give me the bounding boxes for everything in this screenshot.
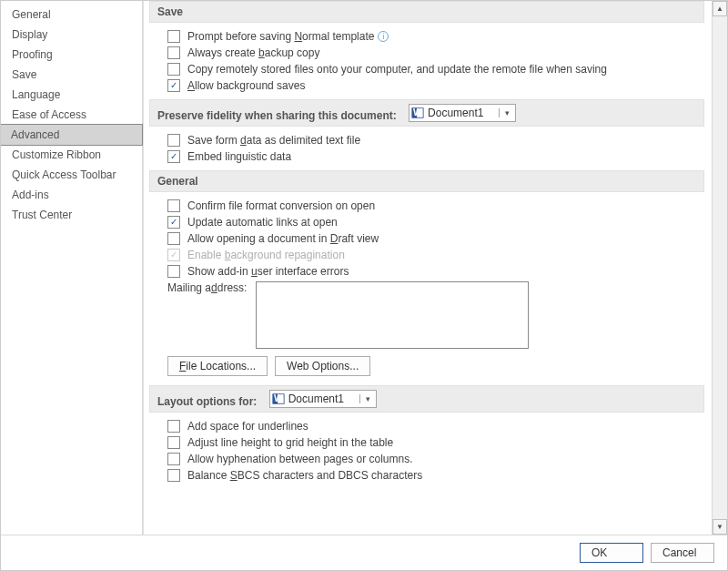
checkbox-icon	[167, 150, 180, 163]
checkbox-icon	[167, 436, 180, 449]
checkbox-icon	[167, 420, 180, 433]
sidebar-item-trust-center[interactable]: Trust Center	[1, 205, 142, 225]
file-locations-button[interactable]: File Locations...	[167, 356, 268, 376]
option-label: Allow opening a document in Draft view	[187, 232, 379, 245]
checkbox-icon	[167, 453, 180, 465]
mailing-address-input[interactable]	[256, 281, 529, 349]
sidebar-item-customize-ribbon[interactable]: Customize Ribbon	[1, 145, 142, 165]
option-label: Allow hyphenation between pages or colum…	[187, 453, 413, 465]
option-label: Update automatic links at open	[187, 216, 338, 229]
opt-backup-copy[interactable]: Always create backup copy	[149, 45, 704, 61]
checkbox-icon	[167, 265, 180, 278]
section-preserve-header: Preserve fidelity when sharing this docu…	[149, 99, 704, 127]
select-value: Document1	[287, 393, 359, 405]
sidebar-item-save[interactable]: Save	[1, 65, 142, 85]
section-general-header: General	[149, 170, 704, 192]
checkbox-icon	[167, 134, 180, 147]
opt-confirm-conversion[interactable]: Confirm file format conversion on open	[149, 198, 704, 214]
scroll-up-icon[interactable]: ▲	[713, 1, 727, 16]
checkbox-icon	[167, 199, 180, 212]
sidebar-item-quick-access-toolbar[interactable]: Quick Access Toolbar	[1, 165, 142, 185]
section-save-header: Save	[149, 1, 704, 23]
option-label: Balance SBCS characters and DBCS charact…	[187, 469, 422, 482]
checkbox-icon	[167, 30, 180, 43]
section-title: Save	[157, 5, 183, 18]
opt-addin-errors[interactable]: Show add-in user interface errors	[149, 263, 704, 280]
checkbox-icon	[167, 249, 180, 261]
section-title: General	[157, 175, 198, 188]
sidebar-item-display[interactable]: Display	[1, 25, 142, 45]
opt-allow-hyphenation[interactable]: Allow hyphenation between pages or colum…	[149, 451, 704, 467]
opt-background-saves[interactable]: Allow background saves	[149, 77, 704, 94]
cancel-button[interactable]: Cancel	[651, 543, 714, 563]
checkbox-icon	[167, 216, 180, 229]
mailing-address-row: Mailing address:	[149, 280, 704, 351]
svg-text:W: W	[413, 107, 422, 117]
checkbox-icon	[167, 469, 180, 482]
sidebar-item-proofing[interactable]: Proofing	[1, 45, 142, 65]
option-label: Always create backup copy	[187, 46, 319, 59]
checkbox-icon	[167, 46, 180, 59]
sidebar-item-ease-of-access[interactable]: Ease of Access	[1, 105, 142, 125]
chevron-down-icon: ▾	[359, 394, 376, 403]
dialog-footer: OK Cancel	[1, 535, 727, 570]
section-layout-header: Layout options for: W Document1 ▾	[149, 385, 704, 413]
opt-auto-links[interactable]: Update automatic links at open	[149, 214, 704, 230]
opt-prompt-normal[interactable]: Prompt before saving Normal template i	[149, 28, 704, 45]
vertical-scrollbar[interactable]: ▲ ▼	[712, 1, 727, 535]
option-label: Enable background repagination	[187, 249, 345, 261]
option-label: Allow background saves	[187, 79, 305, 92]
opt-balance-sbcs[interactable]: Balance SBCS characters and DBCS charact…	[149, 467, 704, 484]
opt-embed-linguistic[interactable]: Embed linguistic data	[149, 148, 704, 165]
svg-text:W: W	[274, 393, 283, 403]
sidebar-item-language[interactable]: Language	[1, 85, 142, 105]
sidebar-item-advanced[interactable]: Advanced	[1, 124, 143, 146]
option-label: Adjust line height to grid height in the…	[187, 436, 393, 449]
settings-panel: Save Prompt before saving Normal templat…	[143, 1, 712, 535]
option-label: Save form data as delimited text file	[187, 134, 360, 147]
scroll-down-icon[interactable]: ▼	[713, 519, 727, 535]
option-label: Copy remotely stored files onto your com…	[187, 63, 607, 76]
web-options-button[interactable]: Web Options...	[275, 356, 370, 376]
options-dialog: General Display Proofing Save Language E…	[0, 0, 728, 571]
option-label: Show add-in user interface errors	[187, 265, 349, 278]
opt-adjust-line-height[interactable]: Adjust line height to grid height in the…	[149, 434, 704, 451]
preserve-document-select[interactable]: W Document1 ▾	[409, 104, 516, 122]
checkbox-icon	[167, 232, 180, 245]
info-icon[interactable]: i	[378, 31, 389, 42]
opt-draft-view[interactable]: Allow opening a document in Draft view	[149, 230, 704, 247]
section-title: Preserve fidelity when sharing this docu…	[157, 109, 397, 122]
checkbox-icon	[167, 79, 180, 92]
chevron-down-icon: ▾	[499, 108, 515, 117]
section-title: Layout options for:	[157, 395, 257, 408]
sidebar-item-general[interactable]: General	[1, 5, 142, 25]
sidebar-item-add-ins[interactable]: Add-ins	[1, 185, 142, 205]
opt-save-form-data[interactable]: Save form data as delimited text file	[149, 132, 704, 148]
checkbox-icon	[167, 63, 180, 76]
opt-add-space-underlines[interactable]: Add space for underlines	[149, 418, 704, 434]
layout-document-select[interactable]: W Document1 ▾	[269, 390, 377, 408]
select-value: Document1	[426, 107, 499, 119]
option-label: Add space for underlines	[187, 420, 308, 433]
word-doc-icon: W	[410, 107, 426, 119]
ok-button[interactable]: OK	[580, 543, 643, 563]
mailing-address-label: Mailing address:	[167, 281, 247, 294]
opt-copy-remote[interactable]: Copy remotely stored files onto your com…	[149, 61, 704, 77]
word-doc-icon: W	[270, 393, 287, 405]
option-label: Embed linguistic data	[187, 150, 291, 163]
option-label: Confirm file format conversion on open	[187, 199, 375, 212]
category-sidebar: General Display Proofing Save Language E…	[1, 1, 143, 535]
option-label: Prompt before saving Normal template	[187, 30, 374, 43]
opt-background-repagination: Enable background repagination	[149, 247, 704, 263]
scroll-track[interactable]	[713, 16, 727, 519]
